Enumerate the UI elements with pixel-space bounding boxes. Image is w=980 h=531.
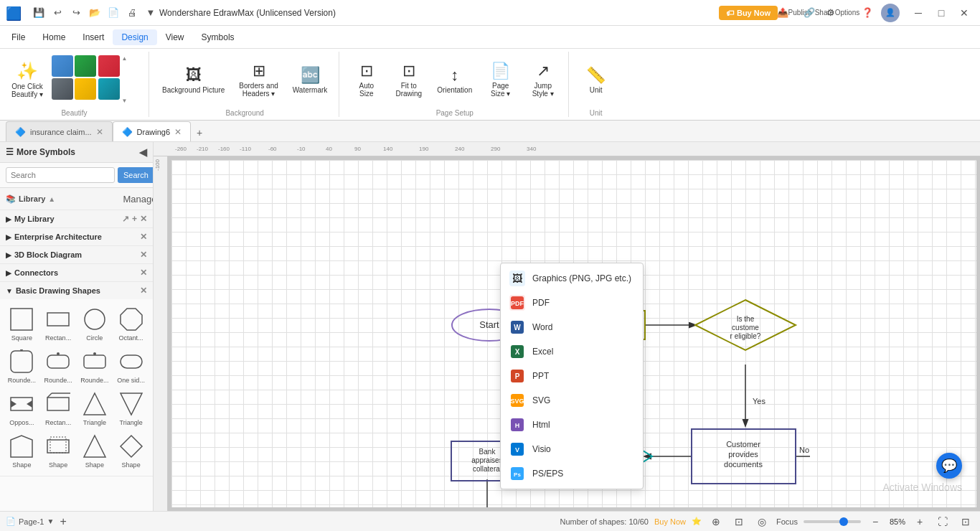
shape-rounded-3[interactable]: Rounde... [77, 346, 113, 387]
maximize-btn[interactable]: □ [931, 3, 951, 23]
tab-close-2[interactable]: ✕ [174, 127, 182, 137]
menu-symbols[interactable]: Symbols [193, 29, 243, 45]
shape-square[interactable]: Square [4, 304, 39, 344]
menu-insert[interactable]: Insert [74, 29, 113, 45]
theme-btn-2[interactable] [52, 78, 73, 100]
export-icon[interactable]: ↗ [122, 214, 129, 224]
category-header-connectors[interactable]: ▶ Connectors ✕ [0, 264, 153, 281]
category-label-3d-block: 3D Block Diagram [14, 250, 82, 259]
unit-btn[interactable]: 📏 Unit [576, 55, 616, 105]
export-excel[interactable]: X Excel [501, 339, 643, 364]
watermark-btn[interactable]: 🔤 Watermark [287, 55, 334, 105]
export-graphics[interactable]: 🖼 Graphics (PNG, JPG etc.) [501, 266, 643, 291]
export-ppt[interactable]: P PPT [501, 364, 643, 388]
close-icon-my-library[interactable]: ✕ [140, 214, 147, 224]
search-button[interactable]: Search [118, 167, 154, 183]
close-basic-shapes[interactable]: ✕ [140, 286, 147, 296]
chat-bubble[interactable]: 💬 [936, 453, 962, 479]
shape-triangle-2[interactable]: Triangle [113, 388, 149, 429]
open-btn[interactable]: 📂 [86, 4, 103, 22]
search-input[interactable] [6, 167, 115, 183]
undo-btn[interactable]: ↩ [49, 4, 66, 22]
scroll-arrows[interactable]: ▲ ▼ [121, 55, 130, 104]
new-tab-btn[interactable]: + [191, 124, 208, 141]
options-btn[interactable]: ⚙ Options [832, 3, 854, 23]
menu-design[interactable]: Design [113, 29, 156, 45]
zoom-in-btn[interactable]: + [911, 513, 928, 530]
fit-btn[interactable]: ⊡ [730, 513, 748, 530]
export-visio[interactable]: V Visio [501, 437, 643, 461]
manage-link[interactable]: Manage [133, 192, 147, 206]
export-pdf[interactable]: PDF PDF [501, 291, 643, 315]
orientation-btn[interactable]: ↕ Orientation [431, 55, 478, 105]
jump-style-btn[interactable]: ↗ JumpStyle ▾ [523, 55, 562, 105]
category-header-enterprise[interactable]: ▶ Enterprise Architecture ✕ [0, 228, 153, 245]
shape-rectangle2[interactable]: Rectan... [41, 388, 76, 429]
shape-one-sided[interactable]: One sid... [113, 346, 149, 387]
close-connectors[interactable]: ✕ [140, 268, 147, 278]
shape-circle[interactable]: Circle [77, 304, 113, 344]
shape-misc-2[interactable]: Shape [41, 431, 76, 471]
panel-collapse-btn[interactable]: ◀ [139, 146, 147, 158]
publish-btn[interactable]: 📤 Publish [783, 3, 805, 23]
menu-view[interactable]: View [157, 29, 193, 45]
page-fit-btn[interactable]: ⊡ [957, 513, 974, 530]
buy-now-status[interactable]: Buy Now [654, 517, 686, 526]
help-btn[interactable]: ❓ [857, 3, 878, 23]
theme-btn-4[interactable] [75, 78, 96, 100]
save-btn[interactable]: 💾 [30, 4, 47, 22]
theme-btn-3[interactable] [75, 55, 96, 77]
minimize-btn[interactable]: ─ [908, 3, 928, 23]
new-btn[interactable]: 📄 [105, 4, 122, 22]
tab-insurance[interactable]: 🔷 insurance claim... ✕ [6, 121, 113, 141]
tab-close-1[interactable]: ✕ [96, 127, 103, 137]
category-header-3d-block[interactable]: ▶ 3D Block Diagram ✕ [0, 246, 153, 263]
shape-opposite[interactable]: Oppos... [4, 388, 39, 429]
background-picture-btn[interactable]: 🖼 Background Picture [156, 55, 230, 105]
theme-btn-5[interactable] [98, 55, 120, 77]
category-header-my-library[interactable]: ▶ My Library ↗ + ✕ [0, 210, 153, 227]
add-page-btn[interactable]: + [60, 515, 66, 528]
close-3d-block[interactable]: ✕ [140, 250, 147, 260]
shape-rounded-2[interactable]: Rounde... [41, 346, 76, 387]
ppt-icon: P [509, 368, 525, 384]
auto-size-btn[interactable]: ⊡ AutoSize [347, 55, 386, 105]
shape-misc-3[interactable]: Shape [77, 431, 113, 471]
layers-btn[interactable]: ⊕ [707, 513, 725, 530]
fit-to-drawing-btn[interactable]: ⊡ Fit toDrawing [389, 55, 428, 105]
left-panel: ☰ More Symbols ◀ Search 📚 Library ▲ Mana… [0, 142, 154, 511]
add-icon[interactable]: + [132, 214, 137, 224]
shape-misc-1[interactable]: Shape [4, 431, 39, 471]
excel-icon: X [509, 344, 525, 360]
shape-octagon[interactable]: Octant... [113, 304, 149, 344]
menu-file[interactable]: File [3, 29, 34, 45]
tab-drawing6[interactable]: 🔷 Drawing6 ✕ [113, 121, 191, 141]
close-enterprise[interactable]: ✕ [140, 232, 147, 242]
export-svg[interactable]: SVG SVG [501, 388, 643, 413]
fullscreen-btn[interactable]: ⛶ [934, 513, 951, 530]
buy-now-button[interactable]: 🏷 Buy Now [719, 6, 778, 20]
qa-dropdown[interactable]: ▼ [142, 4, 159, 22]
app-title: Wondershare EdrawMax (Unlicensed Version… [159, 8, 719, 18]
zoom-slider[interactable] [804, 520, 861, 523]
theme-btn-6[interactable] [98, 78, 120, 100]
export-html[interactable]: H Html [501, 413, 643, 437]
focus-btn[interactable]: ◎ [753, 513, 771, 530]
theme-btn-1[interactable] [52, 55, 73, 77]
redo-btn[interactable]: ↪ [67, 4, 85, 22]
shape-rounded-1[interactable]: Rounde... [4, 346, 39, 387]
one-click-beautify-btn[interactable]: ✨ One ClickBeautify ▾ [6, 55, 49, 105]
menu-home[interactable]: Home [34, 29, 74, 45]
category-header-basic-shapes[interactable]: ▼ Basic Drawing Shapes ✕ [0, 282, 153, 299]
shape-misc-4[interactable]: Shape [113, 431, 149, 471]
page-size-btn[interactable]: 📄 PageSize ▾ [481, 55, 520, 105]
close-btn[interactable]: ✕ [954, 3, 974, 23]
print-btn[interactable]: 🖨 [123, 4, 141, 22]
page-indicator[interactable]: 📄 Page-1 ▼ [6, 517, 54, 526]
borders-headers-btn[interactable]: ⊞ Borders andHeaders ▾ [233, 55, 283, 105]
export-ps[interactable]: Ps PS/EPS [501, 461, 643, 486]
shape-triangle-1[interactable]: Triangle [77, 388, 113, 429]
zoom-out-btn[interactable]: − [867, 513, 884, 530]
shape-rectangle[interactable]: Rectan... [41, 304, 76, 344]
export-word[interactable]: W Word [501, 315, 643, 339]
